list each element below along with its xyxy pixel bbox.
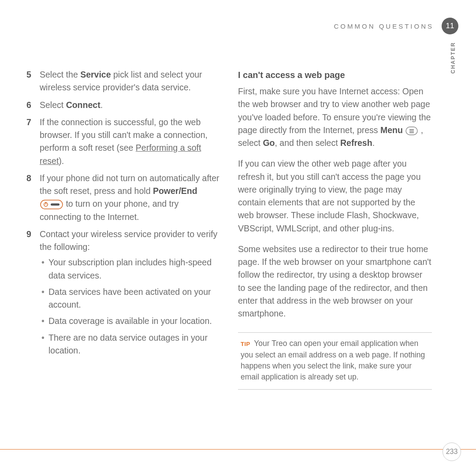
svg-rect-7 bbox=[409, 132, 414, 133]
text: Select the bbox=[40, 70, 78, 79]
section-heading: I can't access a web page bbox=[238, 68, 432, 82]
ui-term-service: Service bbox=[80, 70, 111, 79]
bullet-item: Data coverage is available in your locat… bbox=[40, 315, 220, 327]
content-columns: 5 Select the Service pick list and selec… bbox=[26, 68, 432, 432]
page: COMMON QUESTIONS 11 CHAPTER 5 Select the… bbox=[0, 0, 476, 476]
page-header: COMMON QUESTIONS 11 bbox=[334, 18, 458, 34]
numbered-list: 5 Select the Service pick list and selec… bbox=[26, 68, 220, 361]
bullet-item: There are no data service outages in you… bbox=[40, 331, 220, 357]
text: Select bbox=[40, 100, 63, 110]
ui-term-refresh: Refresh bbox=[340, 138, 372, 148]
ui-term-go: Go bbox=[263, 138, 275, 148]
list-item-9: 9 Contact your wireless service provider… bbox=[26, 228, 220, 361]
paragraph: Some websites use a redirector to their … bbox=[238, 243, 432, 320]
footer-divider bbox=[0, 449, 476, 450]
bullet-item: Data services have been activated on you… bbox=[40, 286, 220, 312]
ui-term-power-end: Power/End bbox=[153, 186, 197, 196]
tip-text: Your Treo can open your email applicatio… bbox=[241, 339, 425, 381]
power-end-button-icon bbox=[40, 200, 63, 209]
list-item-5: 5 Select the Service pick list and selec… bbox=[26, 68, 220, 94]
list-number: 7 bbox=[26, 116, 40, 167]
list-body: If your phone did not turn on automatica… bbox=[40, 172, 220, 223]
right-column: I can't access a web page First, make su… bbox=[238, 68, 432, 432]
chapter-number: 11 bbox=[446, 22, 454, 30]
list-number: 8 bbox=[26, 172, 40, 223]
header-title: COMMON QUESTIONS bbox=[334, 22, 434, 30]
page-number: 233 bbox=[446, 448, 458, 456]
bullet-item: Your subscription plan includes high-spe… bbox=[40, 256, 220, 282]
list-item-7: 7 If the connection is successful, go th… bbox=[26, 116, 220, 167]
text: . bbox=[372, 138, 375, 148]
list-item-6: 6 Select Connect. bbox=[26, 99, 220, 112]
text: ). bbox=[59, 156, 64, 166]
bullet-sublist: Your subscription plan includes high-spe… bbox=[40, 256, 220, 357]
text: Contact your wireless service provider t… bbox=[40, 229, 217, 252]
menu-button-icon bbox=[405, 126, 418, 135]
text: , and then select bbox=[275, 138, 338, 148]
list-body: Select Connect. bbox=[40, 99, 220, 112]
svg-rect-3 bbox=[51, 204, 60, 206]
list-body: Contact your wireless service provider t… bbox=[40, 228, 220, 361]
paragraph: First, make sure you have Internet acces… bbox=[238, 85, 432, 149]
list-body: If the connection is successful, go the … bbox=[40, 116, 220, 167]
svg-rect-6 bbox=[409, 130, 414, 131]
left-column: 5 Select the Service pick list and selec… bbox=[26, 68, 220, 432]
list-number: 5 bbox=[26, 68, 40, 94]
svg-rect-5 bbox=[409, 129, 414, 130]
ui-term-menu: Menu bbox=[380, 125, 403, 135]
text: . bbox=[100, 100, 103, 110]
page-number-badge: 233 bbox=[443, 443, 461, 461]
tip-callout: TIP Your Treo can open your email applic… bbox=[238, 332, 432, 390]
list-number: 6 bbox=[26, 99, 40, 112]
chapter-number-badge: 11 bbox=[442, 18, 458, 34]
list-item-8: 8 If your phone did not turn on automati… bbox=[26, 172, 220, 223]
paragraph: If you can view the other web page after… bbox=[238, 157, 432, 235]
tip-label: TIP bbox=[241, 341, 250, 347]
ui-term-connect: Connect bbox=[66, 100, 100, 110]
chapter-label: CHAPTER bbox=[450, 42, 456, 74]
list-number: 9 bbox=[26, 228, 40, 361]
list-body: Select the Service pick list and select … bbox=[40, 68, 220, 94]
